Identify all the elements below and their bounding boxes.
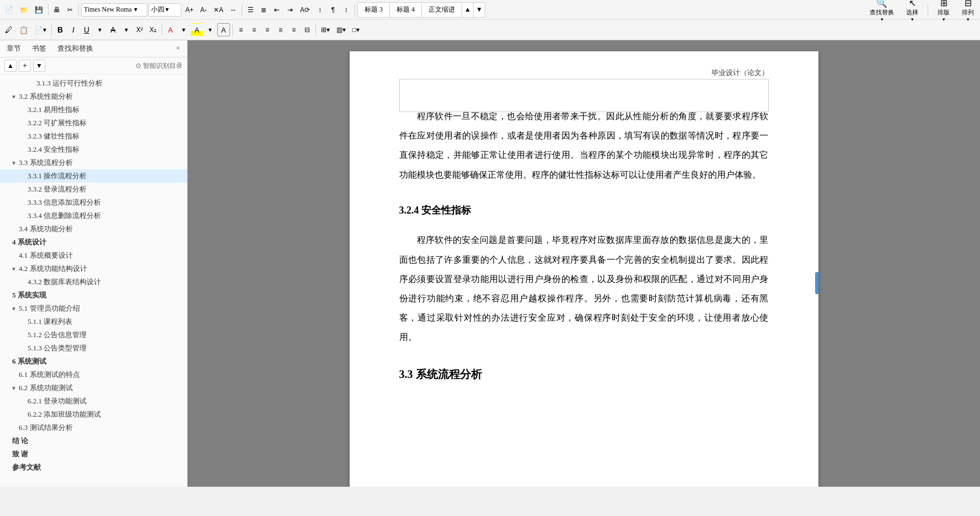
nav-item-3-3[interactable]: ▼ 3.3 系统流程分析 xyxy=(0,156,187,169)
line-spacing-button[interactable]: ↕ xyxy=(314,3,326,17)
nav-item-4[interactable]: 4 系统设计 xyxy=(0,236,187,249)
nav-item-6-3[interactable]: 6.3 测试结果分析 xyxy=(0,421,187,434)
text-orient-button[interactable]: A⟳ xyxy=(297,3,313,17)
nav-item-4-2[interactable]: ▼ 4.2 系统功能结构设计 xyxy=(0,262,187,275)
strikethrough-button[interactable]: A xyxy=(107,23,119,36)
nav-item-3-2-4[interactable]: 3.2.4 安全性指标 xyxy=(0,143,187,156)
nav-down-button[interactable]: ▼ xyxy=(33,60,45,72)
smart-toc-button[interactable]: ⊙ 智能识别目录 xyxy=(136,61,183,71)
heading4-tab[interactable]: 标题 4 xyxy=(390,3,422,17)
separator4 xyxy=(355,4,355,15)
expand-icon: ▼ xyxy=(11,160,17,166)
nav-item-3-2[interactable]: ▼ 3.2 系统性能分析 xyxy=(0,90,187,103)
nav-item-3-3-4[interactable]: 3.3.4 信息删除流程分析 xyxy=(0,209,187,222)
save-button[interactable]: 💾 xyxy=(32,3,46,17)
align-justify-button[interactable]: ≡ xyxy=(275,23,287,36)
nav-tab-findreplace[interactable]: 查找和替换 xyxy=(55,42,95,55)
nav-item-6-2[interactable]: ▼ 6.2 系统功能测试 xyxy=(0,381,187,395)
nav-item-6-2-2[interactable]: 6.2.2 添加班级功能测试 xyxy=(0,408,187,421)
highlight-dropdown[interactable]: ▾ xyxy=(204,23,216,36)
expand-icon: ▼ xyxy=(11,385,17,391)
doc-area[interactable]: 毕业设计（论文） 程序软件一旦不稳定，也会给使用者带来干扰。因此从性能分析的角度… xyxy=(188,40,980,487)
font-color-button[interactable]: A xyxy=(164,23,176,36)
nav-close-button[interactable]: × xyxy=(174,43,183,54)
nav-item-3-1-3[interactable]: 3.1.3 运行可行性分析 xyxy=(0,77,187,90)
open-button[interactable]: 📁 xyxy=(17,3,31,17)
font-decrease-button[interactable]: A- xyxy=(197,3,210,17)
underline-dropdown[interactable]: ▾ xyxy=(94,23,106,36)
nav-tab-bookmark[interactable]: 书签 xyxy=(30,42,49,55)
nav-item-acknowledgment[interactable]: 致 谢 xyxy=(0,448,187,461)
nav-item-references[interactable]: 参考文献 xyxy=(0,461,187,474)
indent-increase-button[interactable]: ⇥ xyxy=(284,3,296,17)
italic-button[interactable]: I xyxy=(67,23,79,36)
para-spacing-button[interactable]: ¶ xyxy=(327,3,339,17)
format-painter-button[interactable]: 🖊 xyxy=(2,23,15,36)
page-header-line xyxy=(399,79,769,112)
nav-add-button[interactable]: + xyxy=(19,60,31,72)
nav-item-4-3-2[interactable]: 4.3.2 数据库表结构设计 xyxy=(0,275,187,289)
highlight-button[interactable]: A xyxy=(191,23,203,36)
print-button[interactable]: 🖶 xyxy=(51,3,63,17)
paste-button[interactable]: 📋 xyxy=(17,23,31,36)
nav-item-5[interactable]: 5 系统实现 xyxy=(0,289,187,302)
style-scroll-up[interactable]: ▲ xyxy=(462,3,474,17)
subscript-button[interactable]: X₂ xyxy=(147,23,159,36)
nav-item-conclusion[interactable]: 结 论 xyxy=(0,434,187,448)
heading3-tab[interactable]: 标题 3 xyxy=(358,3,390,17)
nav-item-3-3-3[interactable]: 3.3.3 信息添加流程分析 xyxy=(0,196,187,209)
nav-item-label: 参考文献 xyxy=(12,462,41,472)
nav-item-5-1[interactable]: ▼ 5.1 管理员功能介绍 xyxy=(0,302,187,315)
format-clear-button[interactable]: ✕A xyxy=(211,3,226,17)
nav-item-label: 6.2.2 添加班级功能测试 xyxy=(28,409,101,419)
nav-item-3-3-1[interactable]: 3.3.1 操作流程分析 xyxy=(0,169,187,183)
list-number-button[interactable]: ≣ xyxy=(258,3,270,17)
align-left-button[interactable]: ≡ xyxy=(235,23,247,36)
strikethrough-dropdown[interactable]: ▾ xyxy=(120,23,132,36)
nav-item-3-4[interactable]: 3.4 系统功能分析 xyxy=(0,222,187,236)
shading-button[interactable]: ▥▾ xyxy=(334,23,349,36)
nav-item-5-1-2[interactable]: 5.1.2 公告信息管理 xyxy=(0,328,187,342)
text-box-button[interactable]: □▾ xyxy=(350,23,362,36)
border-dropdown[interactable]: ⊞▾ xyxy=(318,23,333,36)
indent-btn2[interactable]: ⊟ xyxy=(301,23,313,36)
font-increase-button[interactable]: A+ xyxy=(183,3,196,17)
normal-indent-tab[interactable]: 正文缩进 xyxy=(422,3,462,17)
nav-tree: 3.1.3 运行可行性分析 ▼ 3.2 系统性能分析 3.2.1 易用性指标 3… xyxy=(0,75,187,487)
align-distribute-button[interactable]: ≡ xyxy=(288,23,300,36)
new-button[interactable]: 📄 xyxy=(2,3,16,17)
nav-item-6[interactable]: 6 系统测试 xyxy=(0,355,187,368)
underline-button[interactable]: U xyxy=(81,23,93,36)
char-spacing-button[interactable]: ↔ xyxy=(227,3,239,17)
nav-tab-chapter[interactable]: 章节 xyxy=(4,42,23,55)
font-size-selector[interactable]: 小四 ▾ xyxy=(148,3,181,17)
font-selector[interactable]: Times New Roma ▾ xyxy=(81,3,147,17)
nav-item-label: 5.1.2 公告信息管理 xyxy=(28,330,87,340)
font-color-dropdown[interactable]: ▾ xyxy=(178,23,190,36)
nav-item-5-1-1[interactable]: 5.1.1 课程列表 xyxy=(0,315,187,328)
paste-dropdown[interactable]: 📄▾ xyxy=(32,23,49,36)
nav-item-3-2-1[interactable]: 3.2.1 易用性指标 xyxy=(0,103,187,116)
nav-up-button[interactable]: ▲ xyxy=(4,60,17,72)
cut-button[interactable]: ✂ xyxy=(64,3,76,17)
size-dropdown-icon[interactable]: ▾ xyxy=(165,6,169,14)
nav-item-6-2-1[interactable]: 6.2.1 登录功能测试 xyxy=(0,395,187,408)
nav-item-label: 3.2.3 健壮性指标 xyxy=(28,131,79,141)
font-dropdown-icon[interactable]: ▾ xyxy=(134,6,137,14)
nav-item-6-1[interactable]: 6.1 系统测试的特点 xyxy=(0,368,187,381)
align-right-button[interactable]: ≡ xyxy=(261,23,274,36)
nav-item-3-2-3[interactable]: 3.2.3 健壮性指标 xyxy=(0,130,187,143)
nav-item-4-1[interactable]: 4.1 系统概要设计 xyxy=(0,249,187,262)
align-center-button[interactable]: ≡ xyxy=(248,23,260,36)
nav-item-label: 4 系统设计 xyxy=(12,237,46,247)
bold-button[interactable]: B xyxy=(54,23,66,36)
list-bullet-button[interactable]: ☰ xyxy=(244,3,256,17)
columns-button[interactable]: ⫶ xyxy=(340,3,352,17)
superscript-button[interactable]: X² xyxy=(133,23,146,36)
style-scroll-down[interactable]: ▼ xyxy=(474,3,485,17)
nav-item-3-3-2[interactable]: 3.3.2 登录流程分析 xyxy=(0,183,187,196)
nav-item-5-1-3[interactable]: 5.1.3 公告类型管理 xyxy=(0,342,187,355)
char-style-button[interactable]: A xyxy=(217,23,230,36)
nav-item-3-2-2[interactable]: 3.2.2 可扩展性指标 xyxy=(0,116,187,130)
indent-decrease-button[interactable]: ⇤ xyxy=(271,3,283,17)
